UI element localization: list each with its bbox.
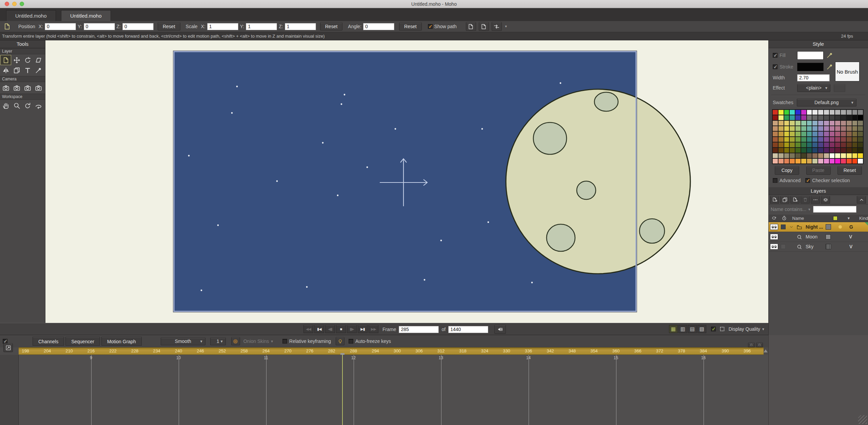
- palette-swatch[interactable]: [778, 158, 784, 164]
- duplicate-layer-button[interactable]: [780, 196, 789, 204]
- previous-keyframe-button[interactable]: ◀◀: [303, 325, 313, 333]
- palette-swatch[interactable]: [789, 120, 795, 126]
- reset-all-transforms-button-arrow[interactable]: ▼: [505, 25, 508, 28]
- palette-swatch[interactable]: [795, 142, 801, 148]
- palette-swatch[interactable]: [778, 148, 784, 153]
- timeline-playhead[interactable]: [342, 355, 343, 425]
- eyedropper-tool[interactable]: [33, 65, 44, 75]
- palette-swatch[interactable]: [835, 120, 841, 126]
- position-x-input[interactable]: [45, 23, 76, 30]
- palette-swatch[interactable]: [812, 110, 818, 115]
- palette-swatch[interactable]: [801, 137, 807, 142]
- palette-swatch[interactable]: [841, 148, 846, 153]
- palette-swatch[interactable]: [778, 131, 784, 137]
- pan-workspace-tool[interactable]: [0, 100, 11, 111]
- interpolation-dropdown[interactable]: Smooth ▼: [161, 337, 205, 345]
- palette-swatch[interactable]: [789, 142, 795, 148]
- palette-swatch[interactable]: [829, 126, 835, 131]
- more-layer-options-button[interactable]: [811, 196, 820, 204]
- palette-swatch[interactable]: [812, 142, 818, 148]
- palette-swatch[interactable]: [846, 115, 852, 120]
- palette-swatch[interactable]: [812, 120, 818, 126]
- palette-swatch[interactable]: [801, 153, 807, 158]
- insert-text-tool[interactable]: [22, 65, 33, 75]
- scale-y-input[interactable]: [246, 23, 277, 30]
- palette-swatch[interactable]: [807, 153, 812, 158]
- palette-swatch[interactable]: [807, 110, 812, 115]
- minimize-window-button[interactable]: [12, 2, 17, 6]
- palette-swatch[interactable]: [824, 110, 829, 115]
- palette-swatch[interactable]: [846, 142, 852, 148]
- palette-swatch[interactable]: [812, 137, 818, 142]
- stroke-width-input[interactable]: [797, 74, 830, 81]
- palette-swatch[interactable]: [818, 158, 824, 164]
- palette-swatch[interactable]: [852, 115, 858, 120]
- timeline-zoom-in-button[interactable]: □: [748, 343, 755, 347]
- palette-swatch[interactable]: [824, 115, 829, 120]
- palette-swatch[interactable]: [841, 158, 846, 164]
- palette-swatch[interactable]: [789, 126, 795, 131]
- layer-color-dot[interactable]: [838, 235, 842, 238]
- palette-swatch[interactable]: [784, 153, 790, 158]
- palette-swatch[interactable]: [846, 110, 852, 115]
- palette-swatch[interactable]: [852, 153, 858, 158]
- stroke-color-swatch[interactable]: [797, 63, 824, 71]
- palette-swatch[interactable]: [829, 120, 835, 126]
- palette-swatch[interactable]: [789, 137, 795, 142]
- palette-swatch[interactable]: [857, 148, 863, 153]
- palette-swatch[interactable]: [812, 153, 818, 158]
- step-forward-button[interactable]: ▮▶: [347, 325, 357, 333]
- palette-swatch[interactable]: [835, 142, 841, 148]
- palette-swatch[interactable]: [784, 142, 790, 148]
- palette-swatch[interactable]: [801, 148, 807, 153]
- palette-swatch[interactable]: [852, 120, 858, 126]
- mute-audio-button[interactable]: [494, 325, 506, 334]
- palette-swatch[interactable]: [772, 110, 778, 115]
- display-quality-dropdown-arrow[interactable]: ▼: [762, 327, 765, 331]
- palette-swatch[interactable]: [795, 126, 801, 131]
- palette-swatch[interactable]: [829, 148, 835, 153]
- layer-mask-icon[interactable]: [826, 224, 831, 230]
- palette-swatch[interactable]: [818, 137, 824, 142]
- palette-swatch[interactable]: [807, 158, 812, 164]
- palette-swatch[interactable]: [784, 148, 790, 153]
- total-frames-input[interactable]: [448, 326, 488, 333]
- autofreeze-checkbox[interactable]: [349, 339, 353, 344]
- palette-swatch[interactable]: [818, 131, 824, 137]
- flip-layer-tool[interactable]: [0, 65, 11, 75]
- tab-sequencer[interactable]: Sequencer: [65, 337, 100, 346]
- new-reference-layer-button[interactable]: [790, 196, 800, 204]
- palette-swatch[interactable]: [807, 148, 812, 153]
- palette-swatch[interactable]: [778, 142, 784, 148]
- palette-swatch[interactable]: [801, 120, 807, 126]
- palette-swatch[interactable]: [824, 137, 829, 142]
- ruler-end-arrow[interactable]: [764, 349, 768, 352]
- filter-column-icon[interactable]: ▼: [847, 216, 850, 220]
- style-copy-button[interactable]: Copy: [775, 166, 799, 175]
- palette-swatch[interactable]: [818, 148, 824, 153]
- layer-select-checkbox[interactable]: [781, 225, 786, 229]
- palette-swatch[interactable]: [795, 148, 801, 153]
- frame-ruler[interactable]: 1982042102162222282342402462522582642702…: [19, 347, 764, 355]
- palette-swatch[interactable]: [841, 153, 846, 158]
- palette-swatch[interactable]: [772, 137, 778, 142]
- palette-swatch[interactable]: [835, 148, 841, 153]
- position-z-input[interactable]: [122, 23, 154, 30]
- palette-swatch[interactable]: [801, 115, 807, 120]
- palette-swatch[interactable]: [857, 115, 863, 120]
- single-view-button[interactable]: ▦: [669, 325, 678, 333]
- palette-swatch[interactable]: [795, 120, 801, 126]
- layer-search-dropdown-arrow[interactable]: ▼: [808, 208, 811, 211]
- three-view-button[interactable]: ▤: [688, 325, 697, 333]
- close-window-button[interactable]: [5, 2, 9, 6]
- palette-swatch[interactable]: [841, 120, 846, 126]
- palette-swatch[interactable]: [852, 148, 858, 153]
- palette-swatch[interactable]: [829, 137, 835, 142]
- palette-swatch[interactable]: [778, 137, 784, 142]
- palette-swatch[interactable]: [857, 126, 863, 131]
- palette-swatch[interactable]: [772, 126, 778, 131]
- fill-color-swatch[interactable]: [797, 51, 824, 60]
- palette-swatch[interactable]: [807, 115, 812, 120]
- palette-swatch[interactable]: [846, 137, 852, 142]
- palette-swatch[interactable]: [852, 110, 858, 115]
